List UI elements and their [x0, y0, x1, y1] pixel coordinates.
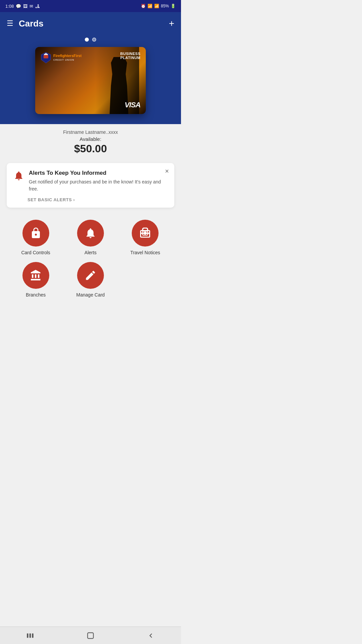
- card-type-label: BUSINESSPLATINUM: [120, 52, 140, 60]
- visa-logo: VISA: [125, 101, 140, 109]
- card-logo: FirefightersFirst CREDIT UNION: [41, 52, 81, 64]
- alert-title: Alerts To Keep You Informed: [29, 170, 168, 176]
- status-bar: 1:08 💬 🖼 ✉ 🏞 ⏰ 📶 📶 85% 🔋: [0, 0, 181, 12]
- page-title: Cards: [19, 18, 44, 29]
- add-card-button[interactable]: +: [169, 18, 174, 29]
- chat-icon: 💬: [16, 4, 21, 9]
- battery-text: 85%: [161, 4, 169, 8]
- action-grid-row2: Branches Manage Card: [0, 262, 181, 308]
- signal-icon: 📶: [154, 4, 159, 8]
- manage-card-button[interactable]: Manage Card: [65, 262, 116, 298]
- set-alerts-label: SET BASIC ALERTS: [27, 197, 72, 202]
- chevron-right-icon: ›: [73, 197, 75, 202]
- alerts-label: Alerts: [84, 250, 97, 255]
- alerts-button[interactable]: Alerts: [65, 220, 116, 255]
- menu-icon[interactable]: ☰: [7, 19, 13, 28]
- lock-icon: [30, 227, 42, 239]
- action-grid-row1: Card Controls Alerts Travel Notices: [0, 213, 181, 262]
- manage-card-icon-circle: [77, 262, 104, 289]
- card-holder-name: Firstname Lastname..xxxx: [7, 129, 174, 135]
- svg-rect-2: [44, 55, 48, 58]
- empty-placeholder: [120, 262, 171, 298]
- branches-icon-circle: [22, 262, 49, 289]
- branches-label: Branches: [26, 292, 46, 298]
- wifi-icon: 📶: [147, 4, 153, 8]
- photo-icon: 🖼: [23, 4, 27, 9]
- pencil-icon: [84, 269, 97, 281]
- briefcase-icon: [139, 227, 151, 239]
- card-controls-label: Card Controls: [21, 250, 50, 255]
- alert-action-area: SET BASIC ALERTS ›: [13, 197, 168, 202]
- hero-section: FirefightersFirst CREDIT UNION BUSINESSP…: [0, 35, 181, 124]
- pagination-dot-1[interactable]: [85, 38, 89, 42]
- battery-icon: 🔋: [171, 4, 176, 8]
- pagination-dots: [85, 35, 96, 42]
- branches-button[interactable]: Branches: [10, 262, 61, 298]
- available-label: Available:: [7, 136, 174, 142]
- header-left: ☰ Cards: [7, 18, 44, 29]
- card-brand-subtitle: CREDIT UNION: [53, 59, 81, 61]
- travel-notices-button[interactable]: Travel Notices: [120, 220, 171, 255]
- alert-bell-icon: [13, 170, 24, 183]
- card-brand-name: FirefightersFirst: [53, 54, 81, 58]
- shield-logo-icon: [41, 52, 51, 64]
- credit-card[interactable]: FirefightersFirst CREDIT UNION BUSINESSP…: [35, 47, 146, 114]
- card-balance: $50.00: [7, 143, 174, 155]
- image-icon: 🏞: [35, 4, 40, 9]
- card-controls-button[interactable]: Card Controls: [10, 220, 61, 255]
- status-bar-right: ⏰ 📶 📶 85% 🔋: [141, 4, 176, 8]
- alert-banner: × Alerts To Keep You Informed Get notifi…: [7, 163, 174, 208]
- status-time: 1:08: [5, 4, 14, 9]
- alerts-icon-circle: [77, 220, 104, 247]
- page-header: ☰ Cards +: [0, 12, 181, 35]
- card-controls-icon-circle: [22, 220, 49, 247]
- alert-text-block: Alerts To Keep You Informed Get notified…: [29, 170, 168, 193]
- bell-icon: [84, 227, 97, 239]
- alert-close-button[interactable]: ×: [165, 168, 169, 174]
- alert-content: Alerts To Keep You Informed Get notified…: [13, 170, 168, 193]
- bank-icon: [30, 269, 42, 281]
- travel-notices-icon-circle: [132, 220, 159, 247]
- pagination-dot-2[interactable]: [92, 38, 96, 42]
- status-bar-left: 1:08 💬 🖼 ✉ 🏞: [5, 4, 40, 9]
- mail-icon: ✉: [29, 4, 33, 9]
- card-info-section: Firstname Lastname..xxxx Available: $50.…: [0, 124, 181, 158]
- manage-card-label: Manage Card: [76, 292, 105, 298]
- set-basic-alerts-button[interactable]: SET BASIC ALERTS ›: [27, 197, 168, 202]
- alarm-icon: ⏰: [141, 4, 146, 8]
- alert-description: Get notified of your purchases and be in…: [29, 178, 168, 193]
- travel-notices-label: Travel Notices: [130, 250, 160, 255]
